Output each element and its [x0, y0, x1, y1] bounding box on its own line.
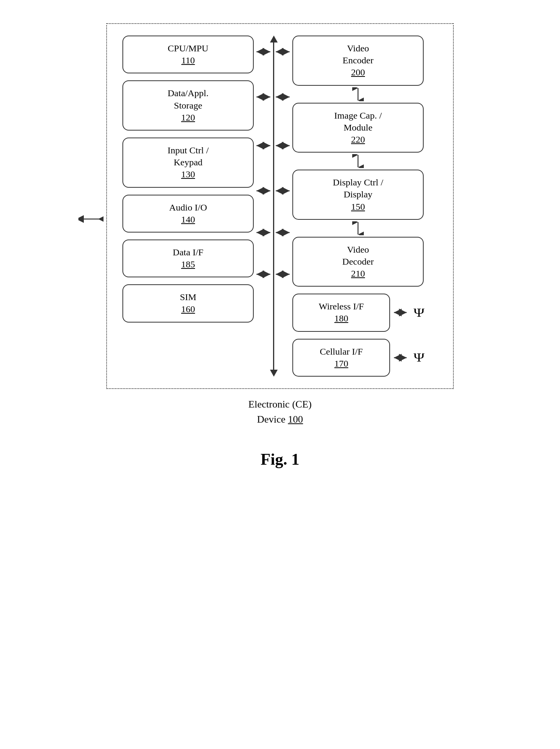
cellular-if-number: 170 [334, 358, 348, 370]
audio-io-label: Audio I/O [169, 202, 207, 214]
data-appl-number: 120 [181, 112, 195, 124]
video-encoder-block: Video Encoder 200 [292, 36, 424, 86]
sim-number: 160 [181, 303, 195, 315]
cellular-if-block: Cellular I/F 170 [292, 339, 390, 377]
input-ctrl-block: Input Ctrl / Keypad 130 [122, 138, 254, 188]
cellular-antenna-arrow: Ψ [393, 350, 424, 365]
center-arrow-row-2 [254, 77, 292, 119]
input-ctrl-label: Input Ctrl / [168, 144, 209, 156]
vert-arrow-1 [292, 86, 424, 103]
center-arrow-row-1 [254, 36, 292, 70]
storage-label: Storage [174, 100, 202, 112]
keypad-label: Keypad [174, 156, 203, 168]
data-if-block: Data I/F 185 [122, 239, 254, 277]
video-encoder-label2: Encoder [343, 54, 373, 66]
display-ctrl-row: Display Ctrl / Display 150 [292, 170, 424, 220]
data-if-number: 185 [181, 258, 195, 270]
device-caption: Electronic (CE) Device 100 [248, 397, 312, 427]
outer-box: CPU/MPU 110 Data/Appl. Storage 120 Input… [106, 23, 454, 389]
display-ctrl-block: Display Ctrl / Display 150 [292, 170, 424, 220]
outer-left-arrow [78, 213, 104, 226]
video-decoder-block: Video Decoder 210 [292, 237, 424, 287]
cpu-mpu-block: CPU/MPU 110 [122, 36, 254, 73]
data-appl-label: Data/Appl. [168, 87, 209, 99]
image-cap-row: Image Cap. / Module 220 [292, 103, 424, 153]
wireless-antenna-arrow: Ψ [393, 306, 424, 320]
cpu-mpu-label: CPU/MPU [168, 42, 208, 54]
center-arrow-row-3 [254, 126, 292, 168]
video-decoder-label1: Video [347, 244, 369, 256]
gap-5 [292, 332, 424, 339]
video-decoder-row: Video Decoder 210 [292, 237, 424, 287]
sim-label: SIM [180, 291, 197, 303]
cellular-if-label1: Cellular I/F [320, 346, 363, 358]
sim-block: SIM 160 [122, 284, 254, 322]
image-cap-label2: Module [344, 122, 373, 134]
fig-label: Fig. 1 [261, 450, 299, 469]
video-decoder-label2: Decoder [342, 256, 373, 268]
data-if-label: Data I/F [173, 246, 203, 258]
left-column: CPU/MPU 110 Data/Appl. Storage 120 Input… [122, 36, 254, 377]
wireless-if-row: Wireless I/F 180 [292, 294, 424, 331]
data-appl-storage-block: Data/Appl. Storage 120 [122, 80, 254, 131]
image-cap-number: 220 [351, 134, 365, 146]
input-ctrl-number: 130 [181, 168, 195, 180]
display-ctrl-label2: Display [344, 189, 373, 200]
vert-arrow-3 [292, 220, 424, 237]
image-cap-block: Image Cap. / Module 220 [292, 103, 424, 153]
cellular-antenna-icon: Ψ [414, 350, 424, 365]
display-ctrl-number: 150 [351, 201, 365, 213]
gap-4 [292, 287, 424, 294]
wireless-antenna-icon: Ψ [414, 306, 424, 320]
display-ctrl-label1: Display Ctrl / [333, 177, 384, 189]
right-column: Video Encoder 200 [292, 36, 424, 377]
audio-io-number: 140 [181, 214, 195, 226]
caption-line1: Electronic (CE) [248, 397, 312, 412]
diagram-container: CPU/MPU 110 Data/Appl. Storage 120 Input… [106, 23, 454, 469]
center-arrows-column [254, 36, 292, 377]
image-cap-label1: Image Cap. / [334, 110, 382, 122]
video-encoder-row: Video Encoder 200 [292, 36, 424, 86]
wireless-if-block: Wireless I/F 180 [292, 294, 390, 331]
wireless-if-label1: Wireless I/F [319, 301, 364, 313]
cpu-mpu-number: 110 [181, 54, 195, 66]
wireless-if-number: 180 [334, 313, 348, 324]
center-arrow-row-6 [254, 258, 292, 293]
audio-io-block: Audio I/O 140 [122, 195, 254, 233]
center-arrow-row-4 [254, 175, 292, 209]
video-decoder-number: 210 [351, 268, 365, 280]
cellular-if-row: Cellular I/F 170 Ψ [292, 339, 424, 377]
caption-line2: Device 100 [248, 412, 312, 427]
center-arrow-row-5 [254, 216, 292, 251]
vert-arrow-2 [292, 153, 424, 170]
video-encoder-number: 200 [351, 66, 365, 78]
video-encoder-label1: Video [347, 42, 369, 54]
